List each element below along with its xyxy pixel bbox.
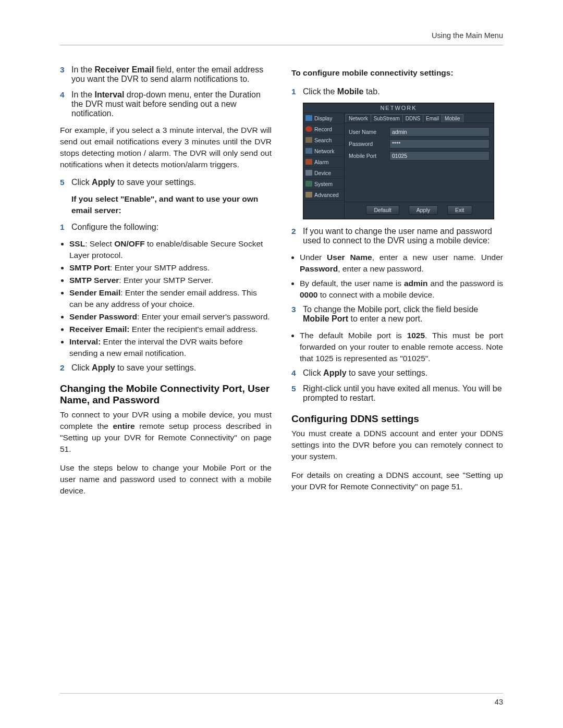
b: Sender Email [69,288,120,297]
search-icon [305,137,312,143]
dvr-network-window: NETWORK Display Record Search Network Al… [303,103,494,219]
r-step-1: 1 Click the Mobile tab. [291,87,503,96]
row-username: User Name admin [349,127,489,137]
b: Receiver Email: [69,325,129,334]
r-step-4: 4 Click Apply to save your settings. [291,368,503,378]
heading-ddns: Configuring DDNS settings [291,413,503,425]
spacer [345,165,494,202]
dvr-buttons: Default Apply Exit [345,202,494,219]
bullet: SMTP Server: Enter your SMTP Server. [69,275,272,286]
sidebar-item-search[interactable]: Search [303,135,344,146]
b: Receiver Email [94,65,154,74]
heading-mobile-connectivity: Changing the Mobile Connectivity Port, U… [60,383,272,406]
t: Click [71,363,92,372]
b: entire [113,422,134,430]
step-text: To change the Mobile port, click the fie… [303,305,503,324]
t: The default Mobile port is [300,331,407,340]
sidebar-item-network[interactable]: Network [303,146,344,157]
page-footer: 43 [60,693,503,706]
label: Alarm [314,159,328,165]
t: : Enter your SMTP address. [110,263,210,272]
step-number: 1 [60,223,71,232]
step-number: 4 [291,368,303,378]
dvr-main: Network SubStream DDNS Email Mobile User… [345,113,494,219]
sidebar-item-system[interactable]: System [303,179,344,190]
t: : Select [85,239,114,248]
t: : Enter your SMTP Server. [119,276,213,285]
sidebar-item-alarm[interactable]: Alarm [303,157,344,168]
exit-button[interactable]: Exit [447,205,472,215]
config-bullets: SSL: Select ON/OFF to enable/disable Sec… [60,238,272,359]
ddns-p1: You must create a DDNS account and enter… [291,428,503,462]
step-text: Click Apply to save your settings. [303,368,503,378]
b: SSL [69,239,85,248]
b: admin [404,279,428,288]
t: Click [71,178,92,187]
t: and the password is [428,279,503,288]
sidebar-item-device[interactable]: Device [303,168,344,179]
step-text: If you want to change the user name and … [303,227,503,245]
b: Sender Password [69,312,137,321]
step-number: 5 [291,384,303,403]
tab-network[interactable]: Network [346,114,371,122]
b: SMTP Port [69,263,110,272]
step-number: 2 [60,363,71,373]
t: to save your settings. [347,368,428,377]
bullet: Sender Email: Enter the sender email add… [69,287,272,310]
label: Advanced [314,192,339,198]
sidebar-item-record[interactable]: Record [303,124,344,135]
t: : Enter your email server's password. [137,312,270,321]
sidebar-item-display[interactable]: Display [303,113,344,124]
row-mobile-port: Mobile Port 01025 [349,151,489,161]
two-columns: 3 In the Receiver Email field, enter the… [60,61,503,504]
label: Record [314,126,332,132]
dvr-tabs: Network SubStream DDNS Email Mobile [345,113,494,123]
step-number: 4 [60,90,71,118]
row-password: Password **** [349,139,489,149]
dvr-sidebar: Display Record Search Network Alarm Devi… [303,113,345,219]
b: 0000 [300,290,317,299]
tab-email[interactable]: Email [423,114,442,122]
r3-bullets: The default Mobile port is 1025. This mu… [291,330,503,364]
b: 1025 [407,331,425,340]
tab-mobile[interactable]: Mobile [442,114,463,122]
b: User Name [327,253,372,262]
t: Click [303,368,323,377]
mobile-port-input[interactable]: 01025 [389,151,489,161]
bullet: Under User Name, enter a new user name. … [300,252,503,275]
step-text: Configure the following: [71,223,272,232]
b: Interval: [69,337,101,346]
label: Device [314,170,331,176]
t: Under [300,253,327,262]
label: Password [349,141,389,147]
step-text: Click Apply to save your settings. [71,178,272,187]
device-icon [305,170,312,176]
configure-mobile-head: To configure mobile connectivity setting… [291,67,503,79]
b: ON/OFF [114,239,145,248]
running-header: Using the Main Menu [60,31,503,45]
username-input[interactable]: admin [389,127,489,137]
apply-button[interactable]: Apply [409,205,438,215]
b: Apply [92,178,115,187]
bullet: By default, the user name is admin and t… [300,278,503,301]
record-icon [305,126,312,132]
b: Mobile [337,87,364,96]
t: , enter a new user name. Under [372,253,503,262]
label: User Name [349,129,389,135]
t: to connect with a mobile device. [317,290,434,299]
default-button[interactable]: Default [366,205,399,215]
b: Interval [94,90,124,99]
password-input[interactable]: **** [389,139,489,149]
step-4-example: For example, if you select a 3 minute in… [60,125,272,170]
step-5: 5 Click Apply to save your settings. [60,178,272,187]
t: to save your settings. [115,178,197,187]
step-number: 3 [291,305,303,324]
step-text: Click the Mobile tab. [303,87,503,96]
b: Apply [92,363,115,372]
label: Search [314,137,332,143]
tab-ddns[interactable]: DDNS [402,114,423,122]
b: SMTP Server [69,276,119,285]
tab-substream[interactable]: SubStream [371,114,403,122]
sidebar-item-advanced[interactable]: Advanced [303,190,344,201]
bullet: SMTP Port: Enter your SMTP address. [69,262,272,274]
